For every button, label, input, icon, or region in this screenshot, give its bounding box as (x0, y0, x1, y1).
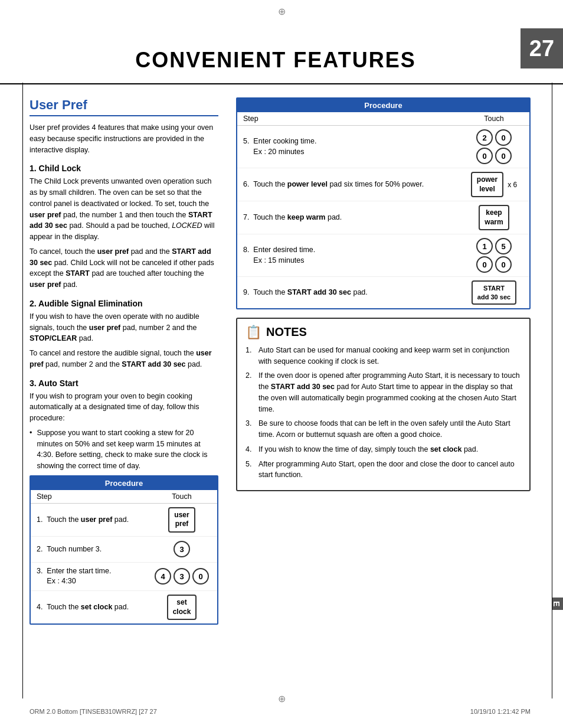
proc-touch-7: keepwarm (464, 205, 523, 230)
set-clock-btn: setclock (167, 595, 197, 620)
left-column: User Pref User pref provides 4 features … (0, 84, 230, 645)
proc-row-2: 2. Touch number 3. 3 (31, 537, 217, 563)
reg-mark-top: ⊕ (0, 0, 563, 17)
proc-touch-8: 1 5 0 0 (464, 238, 523, 273)
proc-touch-9: STARTadd 30 sec (464, 280, 523, 305)
reg-mark-bottom: ⊕ (278, 693, 286, 704)
num5-btn: 5 (495, 238, 512, 254)
bullet-symbol: • (30, 427, 32, 472)
right-column: Procedure Step Touch 5. Enter cooking ti… (230, 84, 563, 645)
note-3-text: Be sure to choose foods that can be left… (258, 418, 521, 440)
notes-header: 📋 NOTES (246, 325, 521, 340)
child-lock-p2: To cancel, touch the user pref pad and t… (30, 246, 218, 290)
proc-step-7: 7. Touch the keep warm pad. (243, 213, 464, 223)
num2-btn: 2 (476, 129, 493, 146)
proc-row-4: 4. Touch the set clock pad. setclock (31, 591, 217, 623)
proc-row-1: 1. Touch the user pref pad. userpref (31, 504, 217, 537)
page-title: CONVENIENT FEATURES (0, 17, 563, 84)
proc-step-8: 8. Enter desired time. Ex : 15 minutes (243, 245, 464, 266)
left-margin (22, 83, 23, 698)
notes-title: NOTES (266, 325, 307, 339)
procedure-header-bottom: Procedure (31, 476, 217, 490)
note-3: 3. Be sure to choose foods that can be l… (246, 418, 521, 440)
audible-p2: To cancel and restore the audible signal… (30, 348, 218, 370)
proc-step-9: 9. Touch the START add 30 sec pad. (243, 288, 464, 298)
side-letter-tab: E (552, 598, 563, 610)
child-lock-p1: The Child Lock prevents unwanted oven op… (30, 176, 218, 243)
proc-touch-3: 4 3 0 (152, 568, 211, 585)
footer: ORM 2.0 Bottom [TINSEB310WRRZ] [27 27 10… (30, 708, 531, 715)
col-touch-label-top: Touch (464, 115, 523, 123)
procedure-table-bottom: Procedure Step Touch 1. Touch the user p… (30, 475, 218, 625)
procedure-header-top: Procedure (237, 99, 529, 112)
num4-btn: 4 (155, 568, 171, 585)
num0a-btn: 0 (495, 129, 512, 146)
num0e-btn: 0 (495, 256, 512, 273)
proc-step-4: 4. Touch the set clock pad. (37, 602, 152, 613)
auto-start-bullet: • Suppose you want to start cooking a st… (30, 427, 218, 472)
time-20-row1: 2 0 (476, 129, 512, 146)
user-pref-btn: userpref (168, 507, 195, 533)
audible-p1: If you wish to have the oven operate wit… (30, 311, 218, 344)
time-15-row2: 0 0 (476, 256, 512, 273)
keep-warm-btn: keepwarm (479, 205, 509, 230)
note-4: 4. If you wish to know the time of day, … (246, 444, 521, 455)
proc-touch-4: setclock (152, 595, 211, 620)
procedure-col-headers-bottom: Step Touch (31, 490, 217, 504)
proc-row-6: 6. Touch the power level pad six times f… (237, 168, 529, 201)
col-step-label-bottom: Step (37, 492, 152, 501)
start-add30-btn: STARTadd 30 sec (472, 280, 516, 305)
note-1-text: Auto Start can be used for manual cookin… (258, 345, 521, 367)
proc-row-9: 9. Touch the START add 30 sec pad. START… (237, 277, 529, 308)
auto-start-p1: If you wish to program your oven to begi… (30, 391, 218, 424)
note-2: 2. If the oven door is opened after prog… (246, 370, 521, 414)
num0c-btn: 0 (495, 148, 512, 164)
num0-btn: 0 (192, 568, 209, 585)
procedure-col-headers-top: Step Touch (237, 112, 529, 126)
proc-touch-5: 2 0 0 0 (464, 129, 523, 164)
proc-touch-6: powerlevel x 6 (464, 172, 523, 197)
page-number: 27 (521, 28, 563, 68)
user-pref-title: User Pref (30, 97, 218, 116)
col-step-label-top: Step (243, 115, 464, 123)
x6-label: x 6 (508, 181, 517, 189)
num0d-btn: 0 (476, 256, 493, 273)
proc-step-2: 2. Touch number 3. (37, 544, 152, 555)
num3b-btn: 3 (174, 568, 190, 585)
proc-row-5: 5. Enter cooking time. Ex : 20 minutes 2… (237, 126, 529, 168)
user-pref-intro: User pref provides 4 features that make … (30, 122, 218, 155)
bullet-text: Suppose you want to start cooking a stew… (37, 427, 218, 472)
note-5: 5. After programming Auto Start, open th… (246, 459, 521, 481)
note-5-text: After programming Auto Start, open the d… (258, 459, 521, 481)
proc-row-8: 8. Enter desired time. Ex : 15 minutes 1… (237, 234, 529, 277)
time-buttons-430: 4 3 0 (155, 568, 209, 585)
footer-left: ORM 2.0 Bottom [TINSEB310WRRZ] [27 27 (30, 708, 157, 715)
main-content: User Pref User pref provides 4 features … (0, 84, 563, 645)
time-15-row1: 1 5 (476, 238, 512, 254)
time-20-row2: 0 0 (476, 148, 512, 164)
audible-title: 2. Audible Signal Elimination (30, 299, 218, 308)
notes-list: 1. Auto Start can be used for manual coo… (246, 345, 521, 481)
footer-right: 10/19/10 1:21:42 PM (470, 708, 531, 715)
notes-box: 📋 NOTES 1. Auto Start can be used for ma… (236, 318, 531, 491)
note-4-text: If you wish to know the time of day, sim… (258, 444, 478, 455)
num1-btn: 1 (476, 238, 493, 254)
proc-row-3: 3. Enter the start time. Ex : 4:30 4 3 0 (31, 563, 217, 591)
power-level-btn: powerlevel (471, 172, 503, 197)
child-lock-title: 1. Child Lock (30, 164, 218, 173)
col-touch-label-bottom: Touch (152, 492, 211, 501)
proc-touch-2: 3 (152, 541, 211, 557)
proc-touch-1: userpref (152, 507, 211, 533)
notes-icon: 📋 (246, 325, 261, 340)
note-1: 1. Auto Start can be used for manual coo… (246, 345, 521, 367)
note-2-text: If the oven door is opened after program… (258, 370, 521, 414)
auto-start-title: 3. Auto Start (30, 378, 218, 388)
num3-btn: 3 (174, 541, 190, 557)
proc-row-7: 7. Touch the keep warm pad. keepwarm (237, 201, 529, 234)
proc-step-6: 6. Touch the power level pad six times f… (243, 179, 464, 190)
procedure-table-top: Procedure Step Touch 5. Enter cooking ti… (236, 97, 531, 309)
proc-step-1: 1. Touch the user pref pad. (37, 515, 152, 525)
proc-step-3: 3. Enter the start time. Ex : 4:30 (37, 566, 152, 587)
proc-step-5: 5. Enter cooking time. Ex : 20 minutes (243, 136, 464, 157)
num0b-btn: 0 (476, 148, 493, 164)
